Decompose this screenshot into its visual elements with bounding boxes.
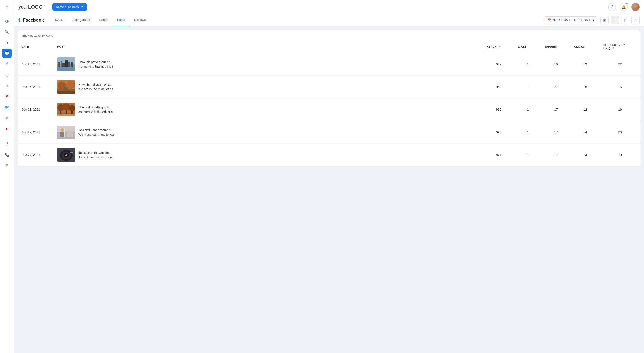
cell-likes: 1 (514, 144, 542, 166)
post-cell-content: The grid is calling to y... coherence is… (57, 103, 480, 116)
facebook-icon: f (6, 62, 8, 66)
view-grid-button[interactable]: ⊞ (600, 16, 608, 24)
table-header-row: DATE POST REACH ▼ LIKES SHARES CLICKS PO… (18, 41, 640, 53)
notification-badge (626, 3, 628, 5)
post-thumbnail (57, 126, 75, 139)
sidebar-item-twitter[interactable]: 🐦 (2, 102, 12, 112)
sub-nav-right: 📅 Dec 11, 2021 - Dec 31, 2021 ▼ ⊞ ☰ ||| … (544, 16, 640, 24)
share-button[interactable]: ↗ (632, 16, 640, 24)
cell-likes: 1 (514, 53, 542, 76)
post-text: You and I are dreamer... We must learn h… (78, 128, 114, 136)
sidebar-item-facebook[interactable]: f (2, 59, 12, 69)
cell-likes: 1 (514, 98, 542, 121)
logo-divider (48, 4, 49, 10)
svg-point-21 (69, 105, 75, 112)
tab-reach[interactable]: Reach (94, 14, 112, 26)
post-line-2: Humankind has nothing t (78, 65, 113, 68)
post-text: Through prayer, our dr... Humankind has … (78, 60, 113, 68)
pinterest-icon: P (6, 94, 8, 98)
table-row: Dec 25, 2021 Through prayer, our dr... H… (18, 53, 640, 76)
svg-rect-29 (67, 130, 73, 137)
help-icon: ? (611, 5, 613, 9)
cell-reach: 963 (483, 76, 514, 98)
cell-activity: 20 (600, 144, 640, 166)
platform-label: Facebook (23, 18, 44, 23)
cell-shares: 17 (542, 121, 570, 144)
tab-engagement[interactable]: Engagement (68, 14, 94, 26)
sidebar-item-vimeo[interactable]: V (2, 113, 12, 122)
notification-icon: 🔔 (622, 5, 626, 9)
cell-shares: 21 (542, 76, 570, 98)
cell-date: Dec 27, 2021 (18, 121, 54, 144)
cell-likes: 1 (514, 121, 542, 144)
sidebar-item-search[interactable]: 🔍 (2, 27, 12, 36)
sidebar-item-podcast[interactable]: 🎙 (2, 139, 12, 148)
sidebar-item-phone[interactable]: 📞 (2, 150, 12, 159)
chart-pie-icon: ◑ (5, 18, 9, 23)
home-nav-item[interactable]: ⌂ (0, 0, 14, 14)
sub-nav-tabs: DATE Engagement Reach Posts Reviews (50, 14, 150, 26)
posts-table: DATE POST REACH ▼ LIKES SHARES CLICKS PO… (18, 41, 640, 166)
analytics-icon: ◑ (6, 40, 8, 45)
facebook-platform-icon: f (18, 17, 20, 23)
post-line-1: Through prayer, our dr... (78, 60, 113, 64)
logo: yourLOGO™ (18, 4, 45, 10)
cell-clicks: 15 (570, 76, 600, 98)
sidebar-item-analytics[interactable]: ◑ (2, 38, 12, 47)
col-header-reach[interactable]: REACH ▼ (483, 41, 514, 53)
sidebar-item-mail[interactable]: ✉ (2, 160, 12, 170)
account-chevron-icon: ▼ (81, 6, 84, 8)
header-right: ? 🔔 (608, 3, 640, 11)
table-row: Dec 27, 2021 delusion is the antithe... … (18, 144, 640, 166)
post-thumbnail (57, 58, 75, 71)
top-header: yourLOGO™ Acme Auto Body ▼ ? 🔔 (14, 0, 644, 14)
cell-post: Through prayer, our dr... Humankind has … (54, 53, 483, 76)
view-chart-button[interactable]: ||| (621, 16, 629, 24)
post-line-1: The grid is calling to y... (78, 106, 113, 109)
sidebar-item-comments[interactable]: 💬 (2, 48, 12, 58)
list-icon: ☰ (613, 18, 616, 22)
post-cell-content: Through prayer, our dr... Humankind has … (57, 58, 480, 71)
view-list-button[interactable]: ☰ (611, 16, 619, 24)
help-button[interactable]: ? (608, 3, 616, 11)
cell-reach: 959 (483, 98, 514, 121)
post-text: How should you navig... We are in the mi… (78, 83, 113, 91)
date-range-button[interactable]: 📅 Dec 11, 2021 - Dec 31, 2021 ▼ (544, 16, 598, 24)
cell-date: Dec 25, 2021 (18, 53, 54, 76)
notification-button[interactable]: 🔔 (620, 3, 628, 11)
cell-date: Dec 16, 2021 (18, 76, 54, 98)
cell-clicks: 12 (570, 98, 600, 121)
cell-activity: 19 (600, 98, 640, 121)
table-row: Dec 16, 2021 How should you navig... We … (18, 76, 640, 98)
tab-likes[interactable]: DATE (50, 14, 68, 26)
sort-icon-reach: ▼ (498, 45, 501, 48)
sidebar-item-linkedin[interactable]: in (2, 81, 12, 90)
svg-point-30 (60, 128, 64, 132)
chart-icon: ||| (624, 18, 626, 22)
table-row: Dec 27, 2021 You and I are dreamer... We… (18, 121, 640, 144)
tab-reviews[interactable]: Reviews (130, 14, 150, 26)
account-selector-button[interactable]: Acme Auto Body ▼ (52, 3, 87, 10)
sidebar-item-youtube[interactable]: ▶ (2, 124, 12, 134)
cell-clicks: 14 (570, 121, 600, 144)
table-row: Dec 21, 2021 The grid is calling to y...… (18, 98, 640, 121)
content-area: Showing 11 of 35 Rows DATE POST REACH ▼ … (14, 26, 644, 353)
nav-icons-list: ◑ 🔍 ◑ 💬 f ◎ in P 🐦 V ▶ (2, 14, 12, 353)
sidebar-item-instagram[interactable]: ◎ (2, 70, 12, 80)
post-thumbnail (57, 148, 75, 162)
sidebar-item-chart-pie[interactable]: ◑ (2, 16, 12, 26)
cell-date: Dec 21, 2021 (18, 98, 54, 121)
user-avatar[interactable] (632, 3, 640, 11)
post-line-2: We are in the midst of a t (78, 87, 113, 91)
cell-post: The grid is calling to y... coherence is… (54, 98, 483, 121)
table-card: Showing 11 of 35 Rows DATE POST REACH ▼ … (18, 30, 640, 166)
svg-rect-31 (60, 132, 64, 137)
sidebar-item-pinterest[interactable]: P (2, 92, 12, 101)
cell-reach: 997 (483, 53, 514, 76)
post-text: delusion is the antithe... If you have n… (78, 151, 114, 159)
instagram-icon: ◎ (6, 73, 8, 77)
tab-posts[interactable]: Posts (113, 14, 130, 26)
svg-rect-25 (57, 114, 75, 116)
cell-activity: 26 (600, 76, 640, 98)
account-name: Acme Auto Body (56, 5, 79, 9)
